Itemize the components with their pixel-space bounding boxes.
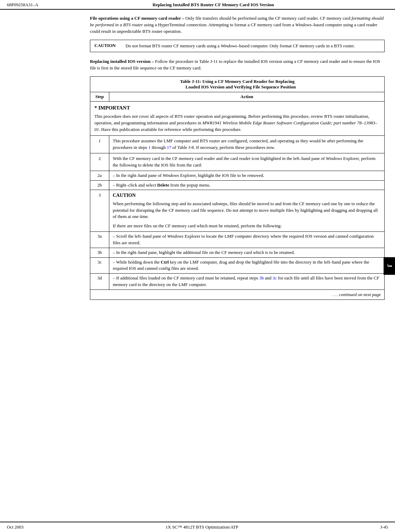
intro-paragraph: File operations using a CF memory card r…	[90, 15, 385, 35]
step-2-action: With the CF memory card in the CF memory…	[109, 153, 385, 171]
caution-label: CAUTION	[94, 43, 126, 49]
step-3-caution-title: CAUTION	[113, 192, 381, 199]
continued-text: . . . continued on next page	[90, 289, 385, 300]
step-link-17[interactable]: 17	[167, 145, 171, 150]
step-3-caution-para2: If there are more files on the CF memory…	[113, 223, 381, 229]
table-caption-row: Table J-11: Using a CF Memory Card Reade…	[90, 77, 385, 92]
header-step: Step	[90, 92, 109, 102]
important-title: * IMPORTANT	[94, 104, 380, 112]
step-3c-row: 3c – While holding down the Ctrl key on …	[90, 257, 385, 274]
step-3-action: CAUTION When performing the following st…	[109, 190, 385, 232]
doc-number: 68P09258A31–A	[7, 2, 38, 8]
main-table: Table J-11: Using a CF Memory Card Reade…	[90, 76, 385, 300]
side-tab: J	[384, 257, 395, 275]
step-2b-row: 2b – Right–click and select Delete from …	[90, 180, 385, 190]
important-row: * IMPORTANT This procedure does not cove…	[90, 102, 385, 136]
step-3-num: 3	[90, 190, 109, 232]
replacing-label: Replacing installed IOS version –	[90, 59, 154, 64]
step-2-num: 2	[90, 153, 109, 171]
step-2a-num: 2a	[90, 171, 109, 180]
file-ops-label: File operations using a CF memory card r…	[90, 16, 184, 21]
step-3d-row: 3d – If additional files loaded on the C…	[90, 274, 385, 290]
step-3b-action: – In the right–hand pane, highlight the …	[109, 248, 385, 257]
important-body: This procedure does not cover all aspect…	[94, 113, 380, 133]
step-1-num: 1	[90, 136, 109, 153]
replacing-para: Replacing installed IOS version – Follow…	[90, 58, 385, 72]
important-cell: * IMPORTANT This procedure does not cove…	[90, 102, 385, 136]
step-3d-action: – If additional files loaded on the CF m…	[109, 274, 385, 290]
step-3c-num: 3c	[90, 257, 109, 274]
step-2a-row: 2a – In the right–hand pane of Windows E…	[90, 171, 385, 180]
table-caption: Table J-11: Using a CF Memory Card Reade…	[90, 77, 385, 92]
step-3-row: 3 CAUTION When performing the following …	[90, 190, 385, 232]
footer-page: J-45	[380, 524, 388, 530]
step-1-row: 1 This procedure assumes the LMF compute…	[90, 136, 385, 153]
step-3-caution-para1: When performing the following step and i…	[113, 201, 381, 220]
caution-box: CAUTION Do not format BTS router CF memo…	[90, 40, 385, 53]
step-3a-action: – Scroll the left–hand pane of Windows E…	[109, 232, 385, 248]
step-3b-link[interactable]: 3b	[259, 275, 264, 281]
step-2a-action: – In the right–hand pane of Windows Expl…	[109, 171, 385, 180]
continued-row: . . . continued on next page	[90, 289, 385, 300]
step-3c-action: – While holding down the Ctrl key on the…	[109, 257, 385, 274]
main-content: File operations using a CF memory card r…	[0, 10, 395, 305]
step-1-action: This procedure assumes the LMF computer …	[109, 136, 385, 153]
step-2b-action: – Right–click and select Delete from the…	[109, 180, 385, 190]
step-2-row: 2 With the CF memory card in the CF memo…	[90, 153, 385, 171]
step-3a-num: 3a	[90, 232, 109, 248]
page-header: 68P09258A31–A Replacing Installed BTS Ro…	[0, 0, 395, 10]
step-3c-link[interactable]: 3c	[273, 275, 277, 281]
step-2b-num: 2b	[90, 180, 109, 190]
step-3a-row: 3a – Scroll the left–hand pane of Window…	[90, 232, 385, 248]
step-3b-row: 3b – In the right–hand pane, highlight t…	[90, 248, 385, 257]
footer-date: Oct 2003	[7, 524, 24, 530]
table-header-row: Step Action	[90, 92, 385, 102]
page-footer: Oct 2003 1X SC™ 4812T BTS Optimization/A…	[0, 522, 395, 532]
header-action: Action	[109, 92, 385, 102]
caution-text: Do not format BTS router CF memory cards…	[126, 43, 355, 49]
step-3d-num: 3d	[90, 274, 109, 290]
step-3b-num: 3b	[90, 248, 109, 257]
page-title: Replacing Installed BTS Router CF Memory…	[38, 2, 388, 8]
footer-center: 1X SC™ 4812T BTS Optimization/ATP	[166, 524, 238, 530]
